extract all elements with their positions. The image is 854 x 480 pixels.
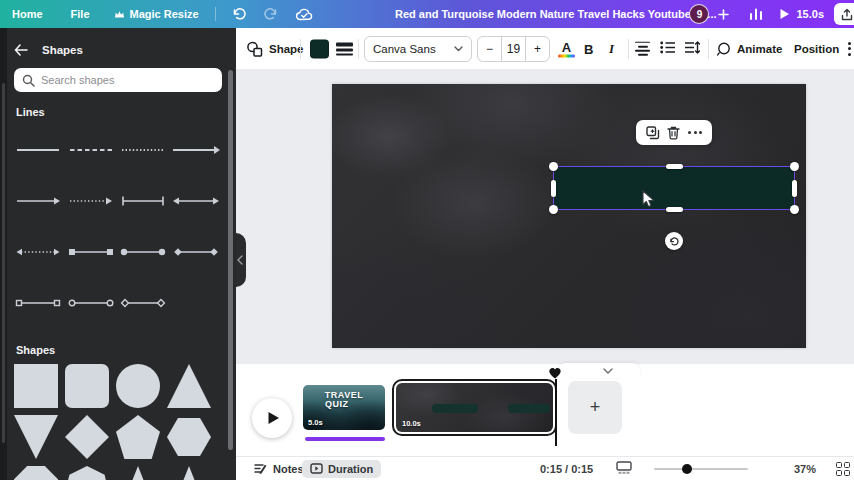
video-frame[interactable] [332,84,806,348]
star-shape[interactable] [116,466,160,480]
dashed-line[interactable] [65,124,118,175]
font-size-stepper: − 19 + [477,36,550,62]
font-family-dropdown[interactable]: Canva Sans [364,36,472,62]
double-arrow[interactable] [170,175,223,226]
line-open-square-ends[interactable] [12,277,65,328]
fill-color-swatch[interactable] [310,39,329,58]
resize-handle-nw[interactable] [549,162,558,171]
selected-rectangle-element[interactable] [553,166,795,210]
line-bar-ends[interactable] [117,175,170,226]
canvas-area[interactable] [236,70,854,364]
resize-handle-sw[interactable] [549,205,558,214]
document-title[interactable]: Red and Turquoise Modern Nature Travel H… [395,0,717,28]
font-size-increase[interactable]: + [525,37,549,61]
circle-shape[interactable] [116,364,160,408]
line-circle-ends[interactable] [117,226,170,277]
rounded-square-shape[interactable] [65,364,109,408]
resize-handle-se[interactable] [790,205,799,214]
page-2-thumbnail-selected[interactable]: 10.0s [392,379,557,436]
bullet-list-button[interactable] [660,40,676,58]
pages-view-button[interactable] [616,460,632,478]
redo-button[interactable] [263,8,278,21]
search-input[interactable] [41,74,201,86]
line-square-ends[interactable] [65,226,118,277]
line-spacing-button[interactable] [684,40,700,58]
pentagon-shape[interactable] [116,415,160,459]
font-size-decrease[interactable]: − [478,37,501,61]
back-arrow-icon[interactable] [14,44,28,56]
dotted-arrow-right[interactable] [65,175,118,226]
zoom-slider-knob[interactable] [682,464,692,474]
shape-tool-button[interactable]: Shape [246,41,304,57]
text-align-button[interactable] [635,41,650,56]
grid-view-button[interactable] [836,462,850,476]
insights-button[interactable] [749,8,763,20]
line-diamond-ends[interactable] [170,226,223,277]
square-shape[interactable] [14,364,58,408]
duration-button[interactable]: Duration [302,460,381,478]
hexagon-shape[interactable] [167,415,211,459]
zoom-slider[interactable] [654,464,748,474]
dotted-line[interactable] [117,124,170,175]
dot [688,131,691,134]
playhead-marker-icon[interactable] [547,366,563,379]
align-line [635,50,650,52]
timeline-collapse-tab[interactable] [558,363,640,378]
resize-handle-e[interactable] [792,180,797,197]
line-open-diamond-ends[interactable] [117,277,170,328]
resize-handle-ne[interactable] [790,162,799,171]
resize-handle-w[interactable] [551,180,556,197]
triangle-shape[interactable] [167,364,211,408]
rotate-handle[interactable] [665,232,683,250]
delete-icon[interactable] [667,126,680,140]
bold-button[interactable]: B [584,41,593,56]
magic-resize-menu[interactable]: Magic Resize [114,8,199,20]
resize-handle-s[interactable] [666,207,683,212]
solid-line[interactable] [12,124,65,175]
rail-scrollbar[interactable] [2,83,5,443]
chevron-left-icon [237,255,243,265]
dot [848,47,851,50]
resize-handle-n[interactable] [666,164,683,169]
lines-heading: Lines [16,106,45,118]
add-page-button[interactable]: + [568,381,622,434]
playhead-line[interactable] [555,379,557,446]
text-color-button[interactable]: A [558,40,575,57]
time-indicator: 0:15 / 0:15 [540,463,593,475]
inverted-triangle-shape[interactable] [14,415,58,459]
thin-arrow-right[interactable] [12,175,65,226]
more-actions-button[interactable] [688,131,702,134]
page-2-element-1 [432,404,478,413]
heptagon-shape[interactable] [65,466,109,480]
search-box[interactable] [14,68,222,92]
diamond-shape[interactable] [65,415,109,459]
add-collaborator-button[interactable] [713,4,733,24]
arrow-right[interactable] [170,124,223,175]
collaborator-badge[interactable]: 9 [689,4,709,24]
animate-button[interactable]: Animate [716,41,782,56]
timeline-play-button[interactable] [252,398,292,438]
cloud-save-status[interactable] [296,8,313,21]
zoom-slider-track[interactable] [654,468,748,470]
italic-button[interactable]: I [609,41,614,57]
border-weight-icon [336,42,353,46]
star-shape-2[interactable] [167,466,211,480]
font-size-value[interactable]: 19 [501,37,525,61]
dot [848,42,851,45]
share-button[interactable] [834,3,854,25]
octagon-shape[interactable] [14,466,58,480]
notes-button[interactable]: Notes [254,463,304,475]
border-weight-button[interactable] [336,42,353,55]
undo-button[interactable] [232,8,247,21]
duplicate-icon[interactable] [646,126,660,140]
file-menu[interactable]: File [71,8,90,20]
dotted-double-arrow[interactable] [12,226,65,277]
sidebar-scrollbar[interactable] [228,70,233,450]
grid-square [836,470,842,476]
more-options-button[interactable] [848,42,851,56]
page-1-thumbnail[interactable]: TRAVEL QUIZ 5.0s [303,385,385,430]
position-button[interactable]: Position [794,43,839,55]
home-menu[interactable]: Home [12,8,43,20]
preview-play-button[interactable] [779,8,790,20]
line-open-circle-ends[interactable] [65,277,118,328]
